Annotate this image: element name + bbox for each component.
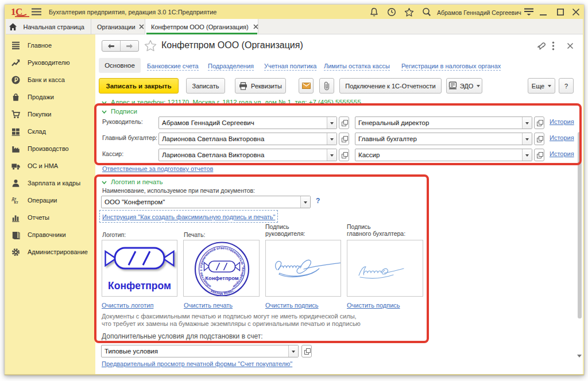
svg-text:Конфетпром: Конфетпром	[108, 280, 171, 291]
svg-text:Кт: Кт	[14, 200, 19, 204]
svg-text:Конфетпром: Конфетпром	[205, 275, 238, 281]
